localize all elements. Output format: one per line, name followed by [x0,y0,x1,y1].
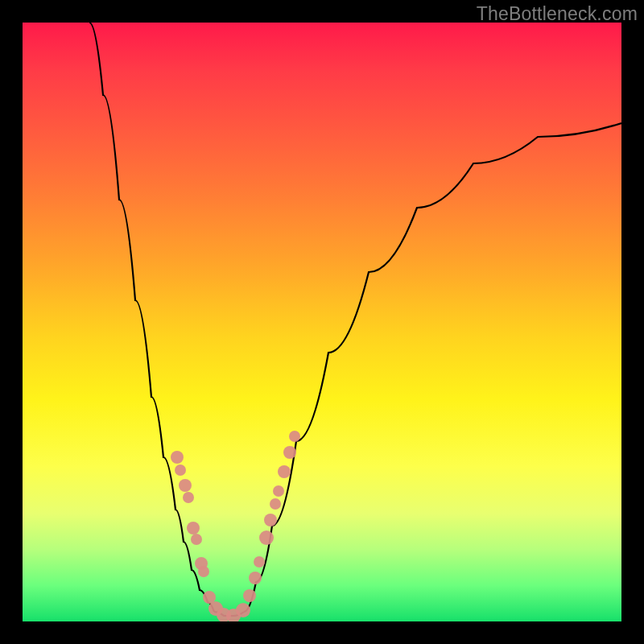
data-marker [278,465,291,478]
outer-frame: TheBottleneck.com [0,0,644,644]
data-marker [249,572,262,584]
data-marker [175,464,186,476]
curve-svg [23,23,621,621]
data-marker [183,492,194,503]
data-marker [171,451,184,464]
data-marker [191,534,202,545]
data-marker [179,479,192,492]
data-marker [289,431,300,442]
data-marker [259,530,274,545]
data-marker [283,446,296,459]
watermark-text: TheBottleneck.com [477,3,638,25]
data-marker [236,603,250,617]
data-marker [198,566,209,577]
data-marker [273,485,284,497]
data-marker [187,522,200,535]
data-marker [270,498,281,510]
data-marker [243,589,256,602]
markers-group [171,431,300,621]
data-marker [264,514,277,526]
curve-right-arm [244,123,621,612]
data-marker [254,556,265,568]
plot-area [23,23,621,621]
